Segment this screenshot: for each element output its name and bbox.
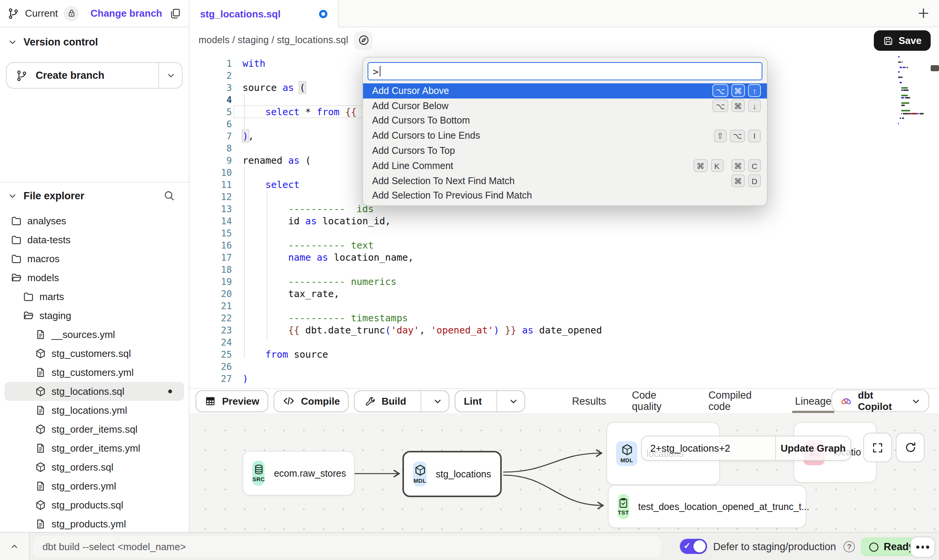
code-line[interactable]: 21 bbox=[189, 300, 939, 312]
lineage-node-stg-locations[interactable]: MDL stg_locations bbox=[402, 451, 502, 497]
palette-item[interactable]: Add Cursor Above⌥⌘↑ bbox=[363, 83, 767, 99]
palette-item[interactable]: Add Line Comment⌘K⌘C bbox=[363, 158, 767, 174]
code-line[interactable]: 19 ---------- numerics bbox=[189, 276, 939, 288]
code-text: tax_rate, bbox=[232, 288, 340, 300]
code-line[interactable]: 22 ---------- timestamps bbox=[189, 312, 939, 324]
version-control-header[interactable]: Version control bbox=[0, 29, 189, 55]
lineage-node-source[interactable]: SRC ecom.raw_stores bbox=[243, 451, 355, 496]
update-graph-button[interactable]: Update Graph bbox=[776, 436, 850, 460]
code-line[interactable]: 17 name as location_name, bbox=[189, 252, 939, 264]
scrollbar-thumb[interactable] bbox=[931, 65, 939, 71]
copy-icon[interactable] bbox=[169, 7, 181, 19]
tab-lineage[interactable]: Lineage bbox=[795, 388, 831, 413]
create-branch-dropdown[interactable] bbox=[159, 63, 182, 88]
command-palette-input[interactable]: > bbox=[368, 62, 762, 80]
code-line[interactable]: 15 bbox=[189, 227, 939, 239]
file-explorer-header[interactable]: File explorer bbox=[0, 183, 189, 208]
tab-code-quality[interactable]: Code quality bbox=[632, 388, 683, 413]
tab-results[interactable]: Results bbox=[572, 388, 606, 413]
chevron-down-icon bbox=[166, 70, 175, 80]
palette-item[interactable]: Add Cursors to Line Ends⇧⌥I bbox=[363, 128, 767, 144]
code-line[interactable]: 26 bbox=[189, 361, 939, 373]
file-item-stg_orders.sql[interactable]: stg_orders.sql bbox=[5, 458, 184, 477]
mdl-badge: MDL bbox=[616, 441, 637, 466]
file-item-macros[interactable]: macros bbox=[5, 249, 184, 268]
build-main[interactable]: Build bbox=[355, 391, 415, 411]
code-text: from source bbox=[232, 349, 328, 361]
palette-item[interactable]: Add Cursors To Top bbox=[363, 143, 767, 158]
build-dropdown[interactable] bbox=[427, 391, 449, 411]
lint-button[interactable]: Lint bbox=[455, 390, 525, 412]
lineage-node-test[interactable]: TST test_does_location_opened_at_trunc_t… bbox=[608, 485, 806, 528]
file-item-stg_customers.sql[interactable]: stg_customers.sql bbox=[5, 344, 184, 363]
save-button[interactable]: Save bbox=[873, 30, 931, 51]
search-icon[interactable] bbox=[163, 189, 175, 202]
file-item-stg_orders.yml[interactable]: stg_orders.yml bbox=[5, 477, 184, 496]
file-item-stg_order_items.sql[interactable]: stg_order_items.sql bbox=[5, 420, 184, 439]
palette-item[interactable]: Add Cursors To Bottom bbox=[363, 113, 767, 128]
file-item-staging[interactable]: staging bbox=[5, 306, 184, 325]
expand-command-bar-button[interactable] bbox=[0, 533, 30, 560]
palette-item[interactable]: Add Selection To Next Find Match⌘D bbox=[363, 174, 767, 189]
create-branch-main[interactable]: Create branch bbox=[7, 63, 158, 88]
clipboard-check-icon bbox=[618, 497, 629, 508]
code-line[interactable]: 25 from source bbox=[189, 349, 939, 361]
file-item-marts[interactable]: marts bbox=[5, 287, 184, 306]
version-control-section: Version control Create branch bbox=[0, 27, 189, 89]
file-item-__sources.yml[interactable]: __sources.yml bbox=[5, 325, 184, 344]
code-text: ---------- ids bbox=[232, 203, 374, 215]
dbt-command-input[interactable]: dbt build --select <model_name> bbox=[33, 536, 661, 558]
file-tree: analysesdata-testsmacrosmodelsmartsstagi… bbox=[0, 211, 189, 533]
shortcut-keys: ⌥⌘↓ bbox=[713, 99, 761, 112]
lint-main[interactable]: Lint bbox=[455, 391, 490, 411]
code-text bbox=[232, 361, 243, 373]
code-line[interactable]: 20 tax_rate, bbox=[189, 288, 939, 300]
compass-icon[interactable] bbox=[354, 31, 373, 50]
tab-compiled-code[interactable]: Compiled code bbox=[708, 388, 769, 413]
palette-query: > bbox=[373, 66, 379, 77]
dbt-copilot-button[interactable]: dbt Copilot bbox=[831, 389, 929, 412]
minimap[interactable] bbox=[898, 56, 931, 125]
file-item-data-tests[interactable]: data-tests bbox=[5, 230, 184, 249]
build-button[interactable]: Build bbox=[354, 390, 449, 412]
new-tab-button[interactable] bbox=[917, 7, 930, 20]
code-line[interactable]: 14 id as location_id, bbox=[189, 215, 939, 227]
change-branch-link[interactable]: Change branch bbox=[91, 8, 162, 19]
more-options-button[interactable] bbox=[910, 537, 935, 558]
model-icon bbox=[35, 424, 46, 435]
key-badge: ⌘ bbox=[693, 160, 707, 172]
key-badge: ⇧ bbox=[714, 130, 727, 142]
palette-item[interactable]: Add Selection To Previous Find Match bbox=[363, 188, 767, 203]
file-item-models[interactable]: models bbox=[5, 268, 184, 287]
preview-button[interactable]: Preview bbox=[196, 390, 268, 412]
code-line[interactable]: 27) bbox=[189, 373, 939, 385]
file-item-label: marts bbox=[39, 291, 64, 302]
code-line[interactable]: 24 bbox=[189, 336, 939, 349]
code-line[interactable]: 16 ---------- text bbox=[189, 239, 939, 252]
defer-toggle[interactable]: ✓ bbox=[680, 539, 707, 554]
file-item-analyses[interactable]: analyses bbox=[5, 211, 184, 230]
file-item-stg_products.yml[interactable]: stg_products.yml bbox=[5, 515, 184, 533]
refresh-button[interactable] bbox=[896, 433, 925, 462]
fullscreen-button[interactable] bbox=[863, 433, 892, 462]
lineage-canvas[interactable]: SRC ecom.raw_stores MDL stg_locations MD… bbox=[189, 413, 939, 532]
line-number: 10 bbox=[189, 167, 232, 179]
badge-text: TST bbox=[618, 509, 629, 516]
line-number: 26 bbox=[189, 361, 232, 373]
tab-stg-locations-sql[interactable]: stg_locations.sql bbox=[189, 0, 339, 27]
palette-item[interactable]: Add Cursor Below⌥⌘↓ bbox=[363, 99, 767, 114]
file-item-stg_products.sql[interactable]: stg_products.sql bbox=[5, 496, 184, 515]
help-icon[interactable]: ? bbox=[844, 541, 855, 552]
compile-button[interactable]: Compile bbox=[274, 390, 349, 412]
code-text: renamed as ( bbox=[232, 155, 311, 167]
file-item-stg_order_items.yml[interactable]: stg_order_items.yml bbox=[5, 439, 184, 458]
lint-dropdown[interactable] bbox=[503, 391, 524, 411]
code-line[interactable]: 23 {{ dbt.date_trunc('day', 'opened_at')… bbox=[189, 324, 939, 336]
file-item-stg_customers.yml[interactable]: stg_customers.yml bbox=[5, 363, 184, 382]
file-item-stg_locations.yml[interactable]: stg_locations.yml bbox=[5, 401, 184, 420]
create-branch-button[interactable]: Create branch bbox=[6, 62, 183, 89]
check-icon: ✓ bbox=[684, 541, 690, 551]
file-item-stg_locations.sql[interactable]: stg_locations.sql bbox=[5, 382, 184, 401]
code-line[interactable]: 18 bbox=[189, 264, 939, 276]
lineage-filter-input[interactable]: 2+stg_locations+2 bbox=[642, 436, 775, 460]
